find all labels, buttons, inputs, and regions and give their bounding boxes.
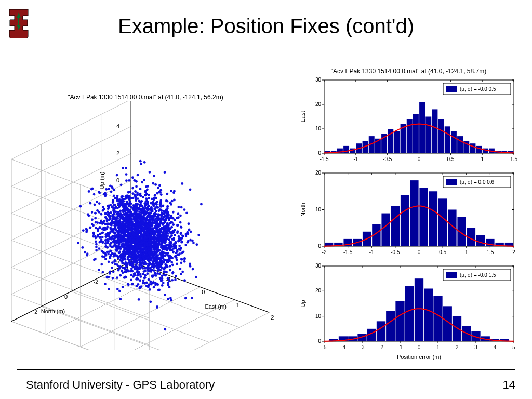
svg-point-2022 xyxy=(109,223,112,225)
svg-point-2148 xyxy=(151,275,154,278)
svg-point-1234 xyxy=(105,188,108,191)
svg-point-2569 xyxy=(118,228,121,230)
svg-point-2456 xyxy=(167,232,169,235)
svg-point-1861 xyxy=(148,208,151,211)
svg-point-2158 xyxy=(150,212,152,215)
svg-point-2579 xyxy=(181,182,183,185)
svg-rect-2771 xyxy=(410,180,418,246)
svg-point-1064 xyxy=(135,180,138,183)
svg-point-619 xyxy=(154,183,157,186)
svg-point-2582 xyxy=(166,193,169,195)
svg-point-1634 xyxy=(98,241,101,244)
svg-point-2252 xyxy=(102,227,105,229)
svg-point-2521 xyxy=(151,254,153,256)
svg-point-2593 xyxy=(118,205,121,207)
svg-text:Up (m): Up (m) xyxy=(99,172,105,190)
svg-point-2114 xyxy=(118,220,121,223)
svg-point-2073 xyxy=(98,192,101,194)
svg-point-1893 xyxy=(176,217,178,219)
svg-point-969 xyxy=(98,211,101,214)
svg-point-2111 xyxy=(119,223,122,226)
svg-point-1595 xyxy=(171,279,174,282)
svg-point-2409 xyxy=(147,206,149,209)
svg-point-2213 xyxy=(180,237,182,240)
svg-point-2080 xyxy=(150,245,152,247)
svg-point-2347 xyxy=(142,280,145,282)
svg-point-2483 xyxy=(167,216,169,219)
svg-point-2614 xyxy=(164,244,167,247)
svg-point-2424 xyxy=(129,261,131,263)
svg-point-2412 xyxy=(107,205,109,207)
svg-point-1317 xyxy=(138,264,141,267)
svg-point-2058 xyxy=(160,193,163,196)
svg-point-2608 xyxy=(171,263,174,266)
svg-rect-2770 xyxy=(401,195,409,246)
svg-point-2639 xyxy=(136,251,139,254)
svg-point-1955 xyxy=(147,286,150,288)
svg-point-2051 xyxy=(99,233,101,235)
svg-text:-5: -5 xyxy=(322,344,327,350)
svg-point-718 xyxy=(116,276,118,279)
svg-rect-2839 xyxy=(395,301,404,341)
svg-point-2607 xyxy=(113,216,115,219)
svg-point-920 xyxy=(135,185,138,188)
svg-point-2301 xyxy=(156,249,158,251)
svg-point-2535 xyxy=(159,253,162,256)
svg-point-1387 xyxy=(144,276,147,279)
svg-point-2167 xyxy=(172,217,175,220)
svg-point-2463 xyxy=(104,238,107,241)
svg-point-117 xyxy=(195,276,197,278)
hist-up: -5-4-3-2-10123450102030UpPosition error … xyxy=(296,261,522,362)
svg-point-1767 xyxy=(125,179,128,182)
svg-point-2328 xyxy=(167,284,170,286)
svg-point-2254 xyxy=(124,219,127,222)
svg-point-2418 xyxy=(181,271,184,273)
svg-point-2606 xyxy=(141,242,143,244)
svg-point-2570 xyxy=(122,235,125,238)
svg-point-2623 xyxy=(138,200,141,203)
svg-point-1937 xyxy=(157,230,159,233)
svg-text:(μ, σ) = -0.0   0.5: (μ, σ) = -0.0 0.5 xyxy=(460,86,496,92)
svg-point-2406 xyxy=(112,229,115,231)
svg-point-2447 xyxy=(141,216,144,218)
svg-point-145 xyxy=(183,258,186,260)
svg-text:0: 0 xyxy=(418,156,421,162)
svg-point-2554 xyxy=(161,245,163,247)
svg-text:0: 0 xyxy=(116,177,119,183)
svg-point-2648 xyxy=(150,259,153,261)
svg-text:30: 30 xyxy=(315,263,322,269)
svg-point-1647 xyxy=(147,272,149,275)
svg-point-2211 xyxy=(114,236,116,239)
svg-point-640 xyxy=(175,257,178,259)
svg-point-2344 xyxy=(161,279,164,282)
svg-text:0: 0 xyxy=(64,294,68,300)
svg-point-1939 xyxy=(148,171,151,174)
svg-point-2178 xyxy=(126,263,129,266)
svg-point-1961 xyxy=(154,194,156,197)
svg-point-1643 xyxy=(113,260,116,263)
svg-point-1959 xyxy=(77,242,80,244)
svg-point-126 xyxy=(125,173,128,176)
svg-point-950 xyxy=(179,268,182,270)
svg-point-136 xyxy=(200,203,203,206)
svg-point-1478 xyxy=(108,250,111,253)
chart-title-right: "Acv EPak 1330 1514 00 0.mat" at (41.0, … xyxy=(296,68,522,75)
svg-point-1548 xyxy=(124,271,126,273)
svg-point-1153 xyxy=(158,184,161,187)
svg-point-2054 xyxy=(113,213,116,216)
svg-point-2299 xyxy=(114,263,117,265)
svg-point-1705 xyxy=(180,226,183,229)
svg-text:1: 1 xyxy=(236,302,240,308)
svg-point-2604 xyxy=(162,212,165,215)
svg-point-2071 xyxy=(118,251,121,254)
svg-point-1077 xyxy=(170,190,172,192)
svg-point-2263 xyxy=(141,245,143,247)
svg-point-1541 xyxy=(114,204,116,206)
svg-point-2601 xyxy=(110,238,113,241)
svg-rect-2846 xyxy=(462,326,471,341)
svg-point-2340 xyxy=(123,225,126,228)
svg-text:2: 2 xyxy=(512,249,515,255)
svg-point-2208 xyxy=(151,265,153,268)
svg-point-1574 xyxy=(148,278,150,281)
svg-text:-4: -4 xyxy=(341,344,345,350)
